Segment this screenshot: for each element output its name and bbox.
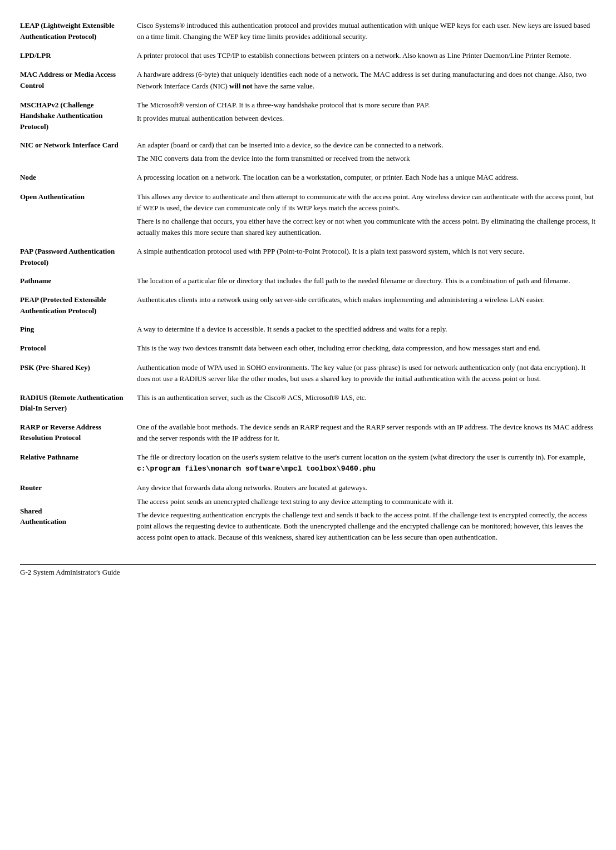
glossary-definition: The Microsoft® version of CHAP. It is a … bbox=[137, 97, 596, 138]
glossary-definition: Authentication mode of WPA used in SOHO … bbox=[137, 360, 596, 390]
glossary-definition: The file or directory location on the us… bbox=[137, 449, 596, 480]
glossary-definition: A way to determine if a device is access… bbox=[137, 322, 596, 340]
glossary-term: Pathname bbox=[20, 273, 137, 292]
glossary-row: MAC Address or Media Access ControlA har… bbox=[20, 67, 596, 97]
glossary-definition: Any device that forwards data along netw… bbox=[137, 480, 596, 548]
glossary-row: RADIUS (Remote Authentication Dial-In Se… bbox=[20, 390, 596, 419]
glossary-definition: This is an authentication server, such a… bbox=[137, 390, 596, 419]
glossary-term: LEAP (Lightweight Extensible Authenticat… bbox=[20, 18, 137, 48]
glossary-row: Relative PathnameThe file or directory l… bbox=[20, 449, 596, 480]
glossary-term: PEAP (Protected Extensible Authenticatio… bbox=[20, 292, 137, 322]
glossary-row: PingA way to determine if a device is ac… bbox=[20, 322, 596, 340]
glossary-row: PathnameThe location of a particular fil… bbox=[20, 273, 596, 292]
glossary-term: Relative Pathname bbox=[20, 449, 137, 480]
glossary-definition: Cisco Systems® introduced this authentic… bbox=[137, 18, 596, 48]
glossary-term: Protocol bbox=[20, 340, 137, 359]
glossary-definition: One of the available boot methods. The d… bbox=[137, 419, 596, 449]
glossary-term: MSCHAPv2 (Challenge Handshake Authentica… bbox=[20, 97, 137, 138]
glossary-row: NodeA processing location on a network. … bbox=[20, 170, 596, 189]
glossary-row: LEAP (Lightweight Extensible Authenticat… bbox=[20, 18, 596, 48]
glossary-definition: A hardware address (6-byte) that uniquel… bbox=[137, 67, 596, 97]
glossary-row: MSCHAPv2 (Challenge Handshake Authentica… bbox=[20, 97, 596, 138]
glossary-term: MAC Address or Media Access Control bbox=[20, 67, 137, 97]
glossary-term: RouterSharedAuthentication bbox=[20, 480, 137, 548]
glossary-row: PAP (Password Authentication Protocol)A … bbox=[20, 244, 596, 273]
glossary-definition: A printer protocol that uses TCP/IP to e… bbox=[137, 48, 596, 67]
glossary-term: LPD/LPR bbox=[20, 48, 137, 67]
glossary-definition: Authenticates clients into a network usi… bbox=[137, 292, 596, 322]
glossary-term: Ping bbox=[20, 322, 137, 340]
footer: G-2 System Administrator's Guide bbox=[20, 564, 596, 577]
glossary-row: NIC or Network Interface CardAn adapter … bbox=[20, 137, 596, 170]
glossary-term: RADIUS (Remote Authentication Dial-In Se… bbox=[20, 390, 137, 419]
glossary-term: PAP (Password Authentication Protocol) bbox=[20, 244, 137, 273]
glossary-definition: A simple authentication protocol used wi… bbox=[137, 244, 596, 273]
glossary-definition: The location of a particular file or dir… bbox=[137, 273, 596, 292]
glossary-definition: A processing location on a network. The … bbox=[137, 170, 596, 189]
glossary-row: RouterSharedAuthenticationAny device tha… bbox=[20, 480, 596, 548]
glossary-term: PSK (Pre-Shared Key) bbox=[20, 360, 137, 390]
glossary-term: Node bbox=[20, 170, 137, 189]
footer-text: G-2 System Administrator's Guide bbox=[20, 568, 120, 576]
glossary-row: RARP or Reverse Address Resolution Proto… bbox=[20, 419, 596, 449]
glossary-row: PSK (Pre-Shared Key)Authentication mode … bbox=[20, 360, 596, 390]
glossary-definition: This is the way two devices transmit dat… bbox=[137, 340, 596, 359]
glossary-row: LPD/LPRA printer protocol that uses TCP/… bbox=[20, 48, 596, 67]
glossary-row: PEAP (Protected Extensible Authenticatio… bbox=[20, 292, 596, 322]
glossary-term: NIC or Network Interface Card bbox=[20, 137, 137, 170]
glossary-table: LEAP (Lightweight Extensible Authenticat… bbox=[20, 18, 596, 548]
glossary-row: Open AuthenticationThis allows any devic… bbox=[20, 189, 596, 244]
glossary-term: Open Authentication bbox=[20, 189, 137, 244]
glossary-definition: This allows any device to authenticate a… bbox=[137, 189, 596, 244]
glossary-definition: An adapter (board or card) that can be i… bbox=[137, 137, 596, 170]
glossary-row: ProtocolThis is the way two devices tran… bbox=[20, 340, 596, 359]
glossary-term: RARP or Reverse Address Resolution Proto… bbox=[20, 419, 137, 449]
